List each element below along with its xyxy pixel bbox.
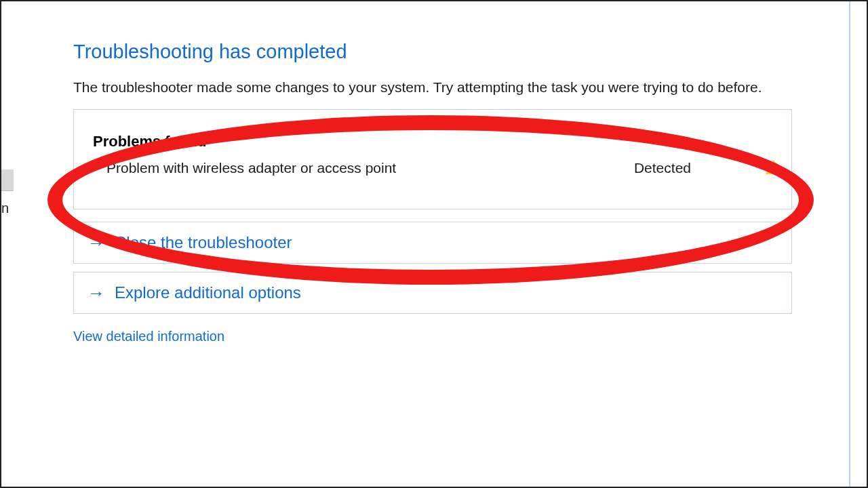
explore-options-label: Explore additional options: [115, 283, 301, 302]
page-title: Troubleshooting has completed: [73, 41, 792, 63]
troubleshooter-main: Troubleshooting has completed The troubl…: [73, 41, 792, 344]
window-right-border: [849, 0, 850, 488]
warning-triangle-icon: [766, 160, 782, 174]
close-troubleshooter-label: Close the troubleshooter: [115, 233, 292, 252]
arrow-right-icon: →: [87, 234, 105, 251]
problem-description: Problem with wireless adapter or access …: [106, 160, 634, 176]
explore-options-button[interactable]: → Explore additional options: [73, 272, 792, 314]
problems-heading: Problems found: [93, 133, 772, 150]
problem-status: Detected: [634, 160, 691, 176]
problem-row: Problem with wireless adapter or access …: [93, 160, 772, 176]
sidebar-selected-fragment: [0, 169, 14, 191]
arrow-right-icon: →: [87, 284, 105, 302]
problems-found-box: Problems found Problem with wireless ada…: [73, 109, 792, 209]
view-detailed-information-link[interactable]: View detailed information: [73, 329, 224, 344]
page-description: The troubleshooter made some changes to …: [73, 78, 792, 97]
sidebar-truncated-text: n: [1, 201, 9, 216]
close-troubleshooter-button[interactable]: → Close the troubleshooter: [73, 222, 792, 264]
